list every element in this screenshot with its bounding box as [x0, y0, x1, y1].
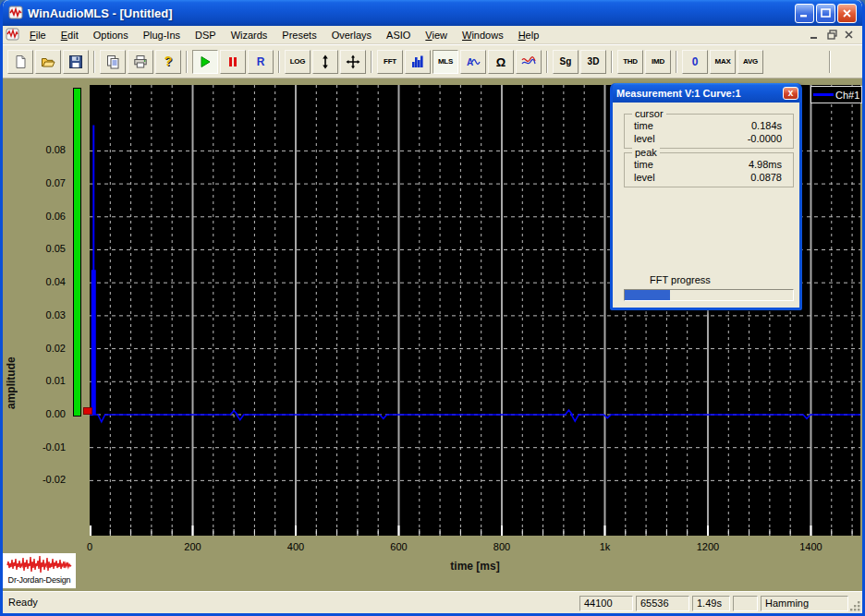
- menu-plugins[interactable]: Plug-Ins: [136, 28, 188, 42]
- three-d-button[interactable]: 3D: [580, 50, 606, 74]
- toolbar-separator: [278, 51, 280, 73]
- mls-button-label: MLS: [438, 57, 453, 66]
- new-file-button[interactable]: [7, 50, 33, 74]
- zero-button-label: 0: [692, 55, 699, 68]
- peak-group-label: peak: [632, 147, 660, 158]
- toolbar-separator: [829, 51, 831, 73]
- menu-windows[interactable]: Windows: [455, 28, 511, 42]
- print-button[interactable]: [128, 50, 153, 74]
- mls-button[interactable]: MLS: [432, 50, 458, 74]
- copy-button[interactable]: [100, 50, 126, 74]
- menu-wizards[interactable]: Wizards: [224, 28, 275, 42]
- menu-help[interactable]: Help: [511, 28, 547, 42]
- zero-button[interactable]: 0: [682, 50, 708, 74]
- avg-button[interactable]: AVG: [737, 50, 763, 74]
- signal-generator-button[interactable]: Sg: [553, 50, 579, 74]
- document-menu-icon[interactable]: [6, 28, 20, 42]
- menu-dsp[interactable]: DSP: [188, 28, 224, 42]
- pan-zoom-button[interactable]: [340, 50, 366, 74]
- imd-button-label: IMD: [652, 57, 664, 66]
- app-window: WinAudioMLS - [Untitled] File Edit Optio…: [0, 0, 865, 616]
- floppy-disk-icon: [68, 54, 83, 69]
- help-button[interactable]: ? ?: [155, 50, 181, 74]
- peak-time-label: time: [634, 158, 653, 171]
- peak-time-row: time 4.98ms: [625, 158, 793, 171]
- app-icon: [8, 6, 23, 20]
- y-tick-label: 0.04: [14, 276, 66, 287]
- thd-button[interactable]: THD: [617, 50, 643, 74]
- minimize-icon: [799, 8, 810, 18]
- channel-legend: Ch#1: [810, 86, 862, 103]
- mdi-minimize-button[interactable]: [807, 29, 822, 42]
- mdi-close-icon: [845, 30, 854, 40]
- measurement-window-titlebar[interactable]: Measurement V:1 Curve:1 x: [613, 83, 799, 103]
- y-tick-label: -0.01: [14, 441, 66, 453]
- open-file-button[interactable]: [35, 50, 61, 74]
- cursor-level-value: -0.0000: [748, 132, 782, 145]
- menu-view[interactable]: View: [418, 28, 455, 42]
- spectrum-bars-icon: [410, 54, 425, 69]
- cursor-level-row: level -0.0000: [625, 132, 793, 145]
- fft-button[interactable]: FFT: [377, 50, 403, 74]
- svg-text:?: ?: [164, 54, 173, 68]
- x-tick-label: 0: [69, 541, 110, 552]
- y-tick-label: 0.02: [14, 343, 66, 354]
- y-tick-label: 0.07: [14, 177, 66, 188]
- y-tick-label: 0.05: [14, 243, 66, 254]
- peak-level-label: level: [634, 171, 655, 184]
- close-icon: [842, 8, 852, 18]
- fft-button-label: FFT: [384, 57, 396, 66]
- vertical-zoom-button[interactable]: [312, 50, 338, 74]
- menu-overlays[interactable]: Overlays: [324, 28, 379, 42]
- y-tick-label: 0.08: [14, 144, 66, 155]
- copy-icon: [105, 54, 120, 69]
- toolbar-separator: [611, 51, 613, 73]
- pause-button[interactable]: [220, 50, 246, 74]
- scope-button[interactable]: [516, 50, 542, 74]
- log-scale-button[interactable]: LOG: [285, 50, 311, 74]
- menu-asio[interactable]: ASIO: [379, 28, 418, 42]
- fft-progress-bar: [624, 289, 794, 301]
- mdi-restore-button[interactable]: [824, 29, 839, 42]
- vertical-arrows-icon: [318, 54, 333, 69]
- mdi-restore-icon: [827, 30, 837, 40]
- measurement-window-body: cursor time 0.184s level -0.0000 peak ti…: [613, 103, 799, 308]
- mdi-close-button[interactable]: [842, 29, 857, 42]
- help-icon: ? ?: [161, 54, 176, 69]
- svg-text:A: A: [467, 57, 473, 67]
- peak-group: peak time 4.98ms level 0.0878: [624, 152, 794, 187]
- title-bar[interactable]: WinAudioMLS - [Untitled]: [3, 0, 862, 26]
- fft-progress-label: FFT progress: [650, 274, 711, 285]
- menu-options[interactable]: Options: [86, 28, 136, 42]
- max-button[interactable]: MAX: [710, 50, 736, 74]
- save-button[interactable]: [63, 50, 89, 74]
- play-button[interactable]: [192, 50, 218, 74]
- menu-presets[interactable]: Presets: [274, 28, 323, 42]
- toolbar-separator: [371, 51, 372, 73]
- impedance-button[interactable]: Ω: [488, 50, 514, 74]
- status-fft-size: 65536: [636, 596, 689, 611]
- signal-analyzer-button[interactable]: A: [460, 50, 486, 74]
- logo-text: Dr-Jordan-Design: [8, 575, 71, 586]
- measurement-close-button[interactable]: x: [783, 87, 798, 100]
- level-meter-bar: [73, 88, 81, 417]
- x-tick-label: 1200: [688, 541, 728, 552]
- imd-button[interactable]: IMD: [645, 50, 671, 74]
- peak-level-value: 0.0878: [750, 171, 782, 184]
- y-tick-label: 0.03: [14, 309, 66, 320]
- menu-file[interactable]: File: [22, 28, 54, 42]
- close-button[interactable]: [837, 4, 857, 23]
- status-ready-text: Ready: [8, 597, 38, 608]
- minimize-button[interactable]: [795, 4, 814, 23]
- window-title: WinAudioMLS - [Untitled]: [28, 6, 173, 20]
- resize-grip[interactable]: [849, 600, 861, 612]
- x-tick-label: 200: [172, 541, 213, 552]
- maximize-button[interactable]: [816, 4, 835, 23]
- x-tick-label: 1400: [790, 541, 831, 552]
- menu-edit[interactable]: Edit: [54, 28, 86, 42]
- svg-text:Ω: Ω: [496, 55, 506, 69]
- record-r-button[interactable]: R: [248, 50, 274, 74]
- log-button-label: LOG: [290, 57, 305, 66]
- spectrum-button[interactable]: [405, 50, 431, 74]
- open-folder-icon: [41, 54, 55, 69]
